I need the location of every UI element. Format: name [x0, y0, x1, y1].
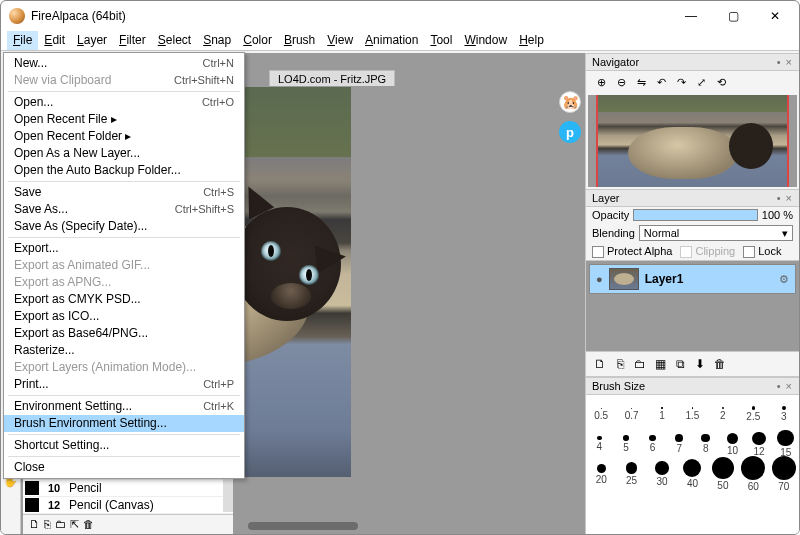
reset-view-icon[interactable]: ⟲ [712, 74, 730, 90]
lock-checkbox[interactable]: Lock [743, 245, 781, 258]
menu-select[interactable]: Select [152, 31, 197, 50]
brush-size-cell[interactable]: 70 [769, 456, 799, 492]
menu-edit[interactable]: Edit [38, 31, 71, 50]
file-menu-item[interactable]: Save As (Specify Date)... [4, 218, 244, 235]
file-menu-item[interactable]: Shortcut Setting... [4, 437, 244, 454]
minimize-button[interactable]: ― [671, 4, 711, 28]
file-menu-item[interactable]: Environment Setting...Ctrl+K [4, 398, 244, 415]
brush-size-cell[interactable]: 7 [666, 434, 693, 454]
window-title: FireAlpaca (64bit) [31, 9, 671, 23]
brush-size-cell[interactable]: 15 [772, 430, 799, 459]
file-menu-item[interactable]: Open As a New Layer... [4, 145, 244, 162]
horizontal-scrollbar[interactable] [248, 522, 358, 530]
file-menu-item[interactable]: Export... [4, 240, 244, 257]
file-menu-item[interactable]: Open...Ctrl+O [4, 94, 244, 111]
menu-snap[interactable]: Snap [197, 31, 237, 50]
brush-size-cell[interactable]: 4 [586, 436, 613, 452]
brush-size-cell[interactable]: 60 [738, 456, 768, 492]
delete-layer-icon[interactable]: 🗑 [712, 356, 728, 372]
file-menu-item[interactable]: Close [4, 459, 244, 476]
file-menu-item[interactable]: New...Ctrl+N [4, 55, 244, 72]
menu-help[interactable]: Help [513, 31, 550, 50]
duplicate-brush-icon[interactable]: ⎘ [44, 518, 51, 531]
menu-animation[interactable]: Animation [359, 31, 424, 50]
download-layer-icon[interactable]: ⬇ [692, 356, 708, 372]
brush-import-icon[interactable]: ⇱ [70, 518, 79, 531]
brush-size-cell[interactable]: 0.7 [617, 408, 647, 421]
folder-icon[interactable]: 🗀 [632, 356, 648, 372]
brush-size-list: 0.50.711.522.534567810121520253040506070 [586, 395, 799, 534]
clipping-checkbox[interactable]: Clipping [680, 245, 735, 258]
file-menu-item: Export Layers (Animation Mode)... [4, 359, 244, 376]
brush-size-cell[interactable]: 1.5 [677, 407, 707, 421]
brush-size-cell[interactable]: 10 [719, 433, 746, 456]
brush-size-cell[interactable]: 20 [586, 464, 616, 485]
brush-size-cell[interactable]: 1 [647, 407, 677, 420]
menu-file[interactable]: File [7, 31, 38, 50]
brush-list-item[interactable]: 12Pencil (Canvas) [23, 497, 233, 514]
navigator-preview[interactable] [588, 95, 797, 187]
zoom-in-icon[interactable]: ⊕ [592, 74, 610, 90]
new-brush-icon[interactable]: 🗋 [29, 518, 40, 531]
protect-alpha-checkbox[interactable]: Protect Alpha [592, 245, 672, 258]
file-menu-item[interactable]: SaveCtrl+S [4, 184, 244, 201]
menu-window[interactable]: Window [458, 31, 513, 50]
panel-dots-icon[interactable]: • × [777, 380, 793, 392]
merge-down-icon[interactable]: ▦ [652, 356, 668, 372]
fit-icon[interactable]: ⤢ [692, 74, 710, 90]
brush-folder-icon[interactable]: 🗀 [55, 518, 66, 531]
duplicate-layer-icon[interactable]: ⎘ [612, 356, 628, 372]
panel-dots-icon[interactable]: • × [777, 192, 793, 204]
panel-dots-icon[interactable]: • × [777, 56, 793, 68]
new-layer-icon[interactable]: 🗋 [592, 356, 608, 372]
brush-size-cell[interactable]: 2 [708, 407, 738, 422]
brush-size-cell[interactable]: 40 [677, 459, 707, 489]
rotate-cw-icon[interactable]: ↷ [672, 74, 690, 90]
file-menu-item[interactable]: Save As...Ctrl+Shift+S [4, 201, 244, 218]
brush-size-cell[interactable]: 30 [647, 461, 677, 487]
rotate-ccw-icon[interactable]: ↶ [652, 74, 670, 90]
zoom-out-icon[interactable]: ⊖ [612, 74, 630, 90]
menu-brush[interactable]: Brush [278, 31, 321, 50]
file-menu-item[interactable]: Export as Base64/PNG... [4, 325, 244, 342]
file-menu-item[interactable]: Open the Auto Backup Folder... [4, 162, 244, 179]
menu-color[interactable]: Color [237, 31, 278, 50]
brush-size-cell[interactable]: 8 [693, 434, 720, 455]
menu-filter[interactable]: Filter [113, 31, 152, 50]
firealpaca-badge-icon[interactable] [559, 91, 581, 113]
opacity-label: Opacity [592, 209, 629, 221]
file-menu-item[interactable]: Rasterize... [4, 342, 244, 359]
layer-item[interactable]: ● Layer1 ⚙ [589, 264, 796, 294]
file-menu-item[interactable]: Brush Environment Setting... [4, 415, 244, 432]
brush-size-cell[interactable]: 2.5 [738, 406, 768, 421]
menu-layer[interactable]: Layer [71, 31, 113, 50]
document-tab[interactable]: LO4D.com - Fritz.JPG [269, 70, 395, 86]
brush-size-cell[interactable]: 3 [769, 406, 799, 422]
file-menu-item[interactable]: Open Recent Folder ▸ [4, 128, 244, 145]
brush-size-cell[interactable]: 0.5 [586, 408, 616, 421]
layer-settings-icon[interactable]: ⧉ [672, 356, 688, 372]
brush-size-cell[interactable]: 50 [708, 457, 738, 492]
brush-list-item[interactable]: 10Pencil [23, 480, 233, 497]
pixiv-badge-icon[interactable]: p [559, 121, 581, 143]
file-menu-item[interactable]: Print...Ctrl+P [4, 376, 244, 393]
file-menu-item[interactable]: Export as CMYK PSD... [4, 291, 244, 308]
brush-size-cell[interactable]: 12 [746, 432, 773, 457]
file-menu-item[interactable]: Open Recent File ▸ [4, 111, 244, 128]
visibility-dot-icon[interactable]: ● [596, 273, 603, 285]
layer-gear-icon[interactable]: ⚙ [779, 273, 789, 286]
brush-size-cell[interactable]: 25 [617, 462, 647, 485]
delete-brush-icon[interactable]: 🗑 [83, 518, 94, 531]
file-menu-item[interactable]: Export as ICO... [4, 308, 244, 325]
close-button[interactable]: ✕ [755, 4, 795, 28]
app-icon [9, 8, 25, 24]
brush-size-cell[interactable]: 6 [639, 435, 666, 454]
opacity-slider[interactable] [633, 209, 758, 221]
layer-name: Layer1 [645, 272, 773, 286]
flip-icon[interactable]: ⇋ [632, 74, 650, 90]
menu-view[interactable]: View [321, 31, 359, 50]
maximize-button[interactable]: ▢ [713, 4, 753, 28]
menu-tool[interactable]: Tool [424, 31, 458, 50]
brush-size-cell[interactable]: 5 [613, 435, 640, 453]
blending-select[interactable]: Normal▾ [639, 225, 793, 241]
